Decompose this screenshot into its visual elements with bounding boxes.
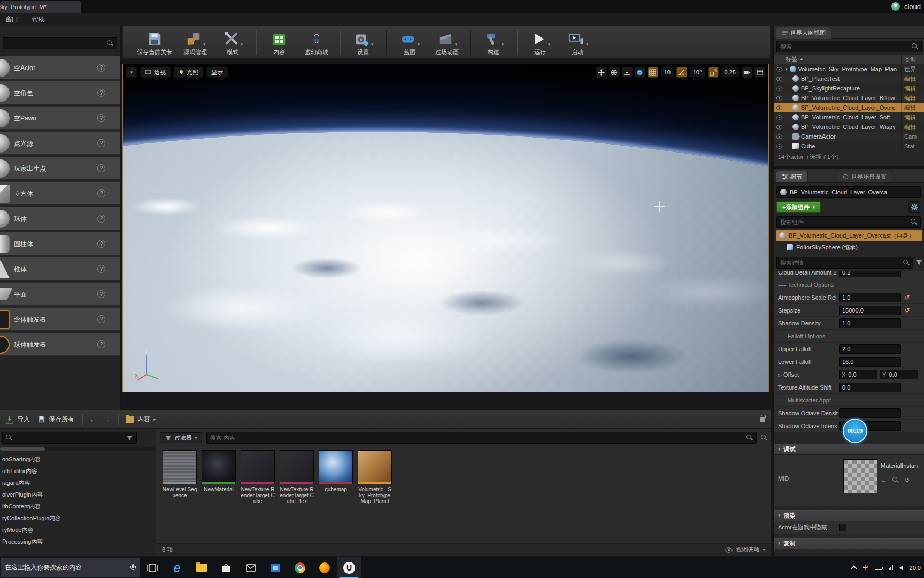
viewport-options-button[interactable]: ▾: [126, 67, 137, 78]
property-value-input[interactable]: [839, 408, 901, 418]
transform-gizmo-icon[interactable]: [596, 67, 607, 78]
launch-button[interactable]: ▾ 启动: [563, 29, 592, 56]
task-view-button[interactable]: [140, 557, 165, 578]
rotation-snap-toggle[interactable]: [676, 67, 687, 78]
place-actor-empty-character[interactable]: 空角色?: [0, 81, 121, 104]
asset-tile[interactable]: NewTexture RenderTarget Cube: [240, 450, 275, 504]
horizontal-scrollbar[interactable]: [0, 447, 156, 451]
edit-blueprint-link[interactable]: 编辑: [901, 122, 924, 132]
lock-content-browser-icon[interactable]: [760, 417, 765, 422]
asset-tile[interactable]: Volumetric_ Sky_Prototype Map_Planet: [357, 450, 392, 504]
modes-button[interactable]: ▾ 模式: [218, 29, 247, 56]
rotation-snap-value[interactable]: 10°: [689, 67, 706, 78]
place-actor-empty-pawn[interactable]: 空Pawn?: [0, 106, 121, 130]
property-value-input[interactable]: 1.0: [839, 318, 901, 328]
import-button[interactable]: 导入: [5, 415, 30, 424]
build-button[interactable]: ▾ 构建: [479, 29, 508, 56]
surface-snap-icon[interactable]: [622, 67, 633, 78]
visibility-eye-icon[interactable]: [776, 134, 783, 139]
world-outliner-tab[interactable]: 世界大纲视图: [776, 27, 831, 39]
level-viewport[interactable]: ▾ 透视 光照 显示 10 10° 0.25: [122, 64, 769, 392]
section-replication[interactable]: ▾复制: [774, 537, 924, 549]
asset-tile[interactable]: NewLevel Sequence: [162, 450, 197, 504]
scale-snap-value[interactable]: 0.25: [721, 67, 740, 78]
clock[interactable]: 20:0: [910, 565, 921, 571]
settings-button[interactable]: ▾ 设置: [349, 29, 378, 56]
outliner-row-world[interactable]: ▾ Volumetric_Sky_Prototype_Map_Plan 世界: [774, 64, 924, 74]
folder-item[interactable]: onSharing内容: [2, 453, 156, 465]
use-selected-asset-icon[interactable]: ←: [881, 476, 887, 484]
place-actor-empty-actor[interactable]: 空Actor?: [0, 56, 121, 79]
outliner-row-camera[interactable]: CameraActor Cam: [774, 132, 924, 141]
search-details-input[interactable]: 搜索详情: [776, 257, 913, 269]
volume-icon[interactable]: [899, 565, 903, 571]
edit-blueprint-link[interactable]: 编辑: [901, 74, 924, 83]
menu-help[interactable]: 帮助: [32, 15, 45, 24]
folder-item[interactable]: ithContent内容: [2, 500, 156, 512]
outliner-row-actor[interactable]: BP_Volumetric_Cloud_Layer_Wispy 编辑: [774, 122, 924, 132]
place-actor-box-trigger[interactable]: 盒体触发器?: [0, 307, 121, 331]
outliner-row-actor[interactable]: BP_Volumetric_Cloud_Layer_Soft 编辑: [774, 112, 924, 122]
offset-x-input[interactable]: X0.0: [839, 370, 877, 379]
outliner-column-headers[interactable]: 标签 ▲ 类型: [774, 55, 924, 64]
place-actor-cylinder[interactable]: 圆柱体?: [0, 232, 121, 255]
component-inherited-row[interactable]: EditorSkySphere (继承): [776, 242, 922, 253]
cinematics-button[interactable]: ▾ 过场动画: [433, 29, 461, 56]
place-actor-sphere-trigger[interactable]: 球体触发器?: [0, 332, 121, 356]
folder-item[interactable]: ryCollectionPlugin内容: [2, 512, 156, 524]
property-value-input[interactable]: 0.2: [839, 271, 901, 277]
expander-icon[interactable]: ▾: [785, 67, 788, 72]
source-control-button[interactable]: ▾ 源码管理: [181, 29, 210, 56]
asset-tile[interactable]: qubemap: [318, 450, 353, 504]
search-path-icon[interactable]: [761, 435, 767, 441]
level-tab[interactable]: Volumetric_Sky_Prototype_M*: [0, 1, 81, 13]
taskbar-search-input[interactable]: 在这里输入你要搜索的内容: [0, 557, 140, 578]
grid-snap-toggle[interactable]: [648, 67, 658, 78]
asset-tile[interactable]: NewTexture RenderTarget Cube_Tex: [279, 450, 314, 504]
battery-icon[interactable]: [875, 566, 882, 570]
visibility-eye-icon[interactable]: [776, 144, 783, 149]
outliner-row-actor[interactable]: BP_SkylightRecapture 编辑: [774, 83, 924, 93]
visibility-eye-icon[interactable]: [776, 86, 783, 91]
visibility-eye-icon[interactable]: [776, 125, 783, 130]
outliner-search-input[interactable]: 搜索: [776, 41, 922, 52]
filter-funnel-icon[interactable]: [126, 435, 133, 441]
store-button[interactable]: [214, 557, 238, 578]
chrome-button[interactable]: [288, 557, 312, 578]
edit-blueprint-link[interactable]: 编辑: [901, 93, 924, 103]
sources-search-input[interactable]: [2, 432, 137, 444]
actor-name-input[interactable]: BP_Volumetric_Cloud_Layer_Overca: [776, 186, 921, 198]
network-icon[interactable]: [889, 565, 893, 570]
folder-item[interactable]: iagara内容: [2, 477, 156, 489]
folder-item[interactable]: olverPlugin内容: [2, 489, 156, 500]
property-value-input[interactable]: 15000.0: [839, 306, 901, 315]
assets-search-input[interactable]: 搜索 内容: [206, 432, 757, 444]
visibility-eye-icon[interactable]: [776, 105, 783, 110]
place-actor-point-light[interactable]: 点光源?: [0, 131, 121, 155]
ime-indicator[interactable]: 中: [863, 564, 868, 572]
visibility-eye-icon[interactable]: [776, 115, 783, 120]
place-actor-sphere[interactable]: 球体?: [0, 207, 121, 230]
view-options-button[interactable]: 视图选项 ▾: [725, 546, 765, 554]
world-settings-tab[interactable]: 世界场景设置: [837, 171, 892, 182]
marketplace-button[interactable]: U 虚幻商城: [302, 29, 331, 56]
visibility-eye-icon[interactable]: [776, 96, 783, 101]
place-actor-player-start[interactable]: 玩家出生点?: [0, 156, 121, 180]
unreal-editor-taskbar-button[interactable]: U: [337, 557, 361, 578]
edge-button[interactable]: e: [165, 557, 189, 578]
visibility-eye-icon[interactable]: [776, 77, 783, 81]
place-actor-cone[interactable]: 椎体?: [0, 257, 121, 280]
place-actors-search-input[interactable]: [3, 37, 117, 49]
section-debug[interactable]: ▾调试: [774, 443, 924, 455]
firefox-button[interactable]: [312, 557, 337, 578]
microphone-icon[interactable]: [130, 564, 135, 571]
filters-button[interactable]: 过滤器 ▾: [160, 432, 202, 443]
mail-button[interactable]: [238, 557, 263, 578]
forward-button[interactable]: →: [104, 416, 110, 423]
save-current-level-button[interactable]: 保存当前关卡: [137, 29, 172, 56]
back-button[interactable]: ←: [90, 416, 96, 423]
content-button[interactable]: 内容: [265, 29, 294, 56]
play-button[interactable]: ▾ 运行: [526, 29, 555, 56]
place-actor-plane[interactable]: 平面?: [0, 282, 121, 306]
lit-mode-button[interactable]: 光照: [174, 67, 203, 78]
